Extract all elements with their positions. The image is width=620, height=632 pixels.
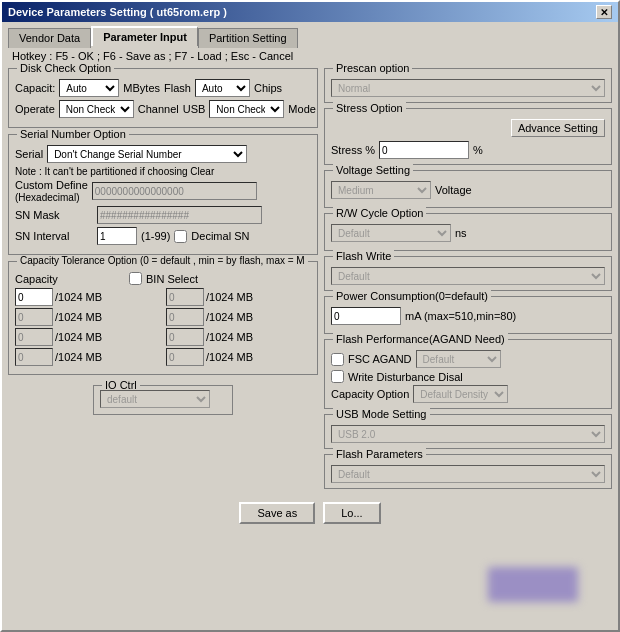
save-as-button[interactable]: Save as	[239, 502, 315, 524]
serial-row: Serial Don't Change Serial Number	[15, 145, 311, 163]
window-content: Vendor Data Parameter Input Partition Se…	[2, 22, 618, 528]
sn-mask-row: SN Mask	[15, 206, 311, 224]
tab-vendor-data[interactable]: Vendor Data	[8, 28, 91, 48]
tab-parameter-input[interactable]: Parameter Input	[91, 26, 198, 46]
cap-left-0[interactable]	[15, 288, 53, 306]
power-row: mA (max=510,min=80)	[331, 307, 605, 325]
usb-mode-select[interactable]: USB 2.0	[331, 425, 605, 443]
flash-parameters-title: Flash Parameters	[333, 448, 426, 460]
capacity-select[interactable]: Auto	[59, 79, 119, 97]
disk-check-row1: Capacit: Auto MBytes Flash Auto Chips	[15, 79, 311, 97]
tabs-row: Vendor Data Parameter Input Partition Se…	[8, 26, 612, 46]
load-button[interactable]: Lo...	[323, 502, 380, 524]
cap-right-2[interactable]	[166, 328, 204, 346]
capacity-label: Capacit:	[15, 82, 55, 94]
flash-parameters-select[interactable]: Default	[331, 465, 605, 483]
custom-define-row: Custom Define (Hexadecimal)	[15, 179, 311, 203]
power-ma-info: mA (max=510,min=80)	[405, 310, 516, 322]
voltage-title: Voltage Setting	[333, 164, 413, 176]
write-disturbance-label: Write Disturbance Disal	[348, 371, 463, 383]
cap-right-1[interactable]	[166, 308, 204, 326]
channel-label: Channel	[138, 103, 179, 115]
capacity-item-0-right: /1024 MB	[166, 288, 311, 306]
disk-check-group: Disk Check Option Capacit: Auto MBytes F…	[8, 68, 318, 128]
psc-agand-checkbox[interactable]	[331, 353, 344, 366]
operate-select[interactable]: Non Check	[59, 100, 134, 118]
flash-write-select[interactable]: Default	[331, 267, 605, 285]
rw-cycle-group: R/W Cycle Option Default ns	[324, 213, 612, 251]
flash-performance-title: Flash Performance(AGAND Need)	[333, 333, 508, 345]
mbytes-label: MBytes	[123, 82, 160, 94]
voltage-group: Voltage Setting Medium Voltage	[324, 170, 612, 208]
sn-interval-label: SN Interval	[15, 230, 93, 242]
flash-write-group: Flash Write Default	[324, 256, 612, 291]
sn-interval-input[interactable]	[97, 227, 137, 245]
stress-percent: %	[473, 144, 483, 156]
power-input[interactable]	[331, 307, 401, 325]
psc-agand-select[interactable]: Default	[416, 350, 501, 368]
io-ctrl-group: IO Ctrl default	[93, 385, 233, 415]
capacity-item-0-left: /1024 MB	[15, 288, 160, 306]
bin-select-checkbox[interactable]	[129, 272, 142, 285]
voltage-select[interactable]: Medium	[331, 181, 431, 199]
main-area: Disk Check Option Capacit: Auto MBytes F…	[8, 68, 612, 494]
disk-check-row2: Operate Non Check Channel USB Non Check …	[15, 100, 311, 118]
cap-left-2[interactable]	[15, 328, 53, 346]
serial-note: Note : It can't be partitioned if choosi…	[15, 166, 311, 177]
stress-input[interactable]	[379, 141, 469, 159]
capacity-tolerance-group: Capacity Tolerance Option (0 = default ,…	[8, 261, 318, 375]
capacity-item-3-left: /1024 MB	[15, 348, 160, 366]
flash-select[interactable]: Auto	[195, 79, 250, 97]
serial-label: Serial	[15, 148, 43, 160]
cap-right-3[interactable]	[166, 348, 204, 366]
rw-cycle-select[interactable]: Default	[331, 224, 451, 242]
cap-left-3[interactable]	[15, 348, 53, 366]
flash-perf-content: FSC AGAND Default Write Disturbance Disa…	[331, 350, 605, 403]
capacity-col-label: Capacity	[15, 273, 125, 285]
write-disturbance-checkbox[interactable]	[331, 370, 344, 383]
chips-label: Chips	[254, 82, 282, 94]
bottom-buttons: Save as Lo...	[8, 502, 612, 524]
decimal-sn-checkbox[interactable]	[174, 230, 187, 243]
flash-label: Flash	[164, 82, 191, 94]
stress-title: Stress Option	[333, 102, 406, 114]
capacity-option-row: Capacity Option Default Density	[331, 385, 605, 403]
voltage-label: Voltage	[435, 184, 472, 196]
flash-write-title: Flash Write	[333, 250, 394, 262]
sn-mask-label: SN Mask	[15, 209, 93, 221]
rw-cycle-row: Default ns	[331, 224, 605, 242]
sn-interval-row: SN Interval (1-99) Decimal SN	[15, 227, 311, 245]
psc-agand-row: FSC AGAND Default	[331, 350, 605, 368]
advance-setting-button[interactable]: Advance Setting	[511, 119, 605, 137]
prescan-select[interactable]: Normal	[331, 79, 605, 97]
capacity-item-1-right: /1024 MB	[166, 308, 311, 326]
custom-define-input[interactable]	[92, 182, 257, 200]
sn-range: (1-99)	[141, 230, 170, 242]
title-bar: Device Parameters Setting ( ut65rom.erp …	[2, 2, 618, 22]
serial-select[interactable]: Don't Change Serial Number	[47, 145, 247, 163]
cap-right-0[interactable]	[166, 288, 204, 306]
io-ctrl-select[interactable]: default	[100, 390, 210, 408]
capacity-option-select[interactable]: Default Density	[413, 385, 508, 403]
serial-number-group: Serial Number Option Serial Don't Change…	[8, 134, 318, 255]
tab-partition-setting[interactable]: Partition Setting	[198, 28, 298, 48]
psc-agand-label: FSC AGAND	[348, 353, 412, 365]
close-button[interactable]: ✕	[596, 5, 612, 19]
mode-label: Mode	[288, 103, 316, 115]
ns-label: ns	[455, 227, 467, 239]
mode-select[interactable]: Non Check	[209, 100, 284, 118]
decimal-sn-label: Decimal SN	[191, 230, 249, 242]
usb-mode-group: USB Mode Setting USB 2.0	[324, 414, 612, 449]
capacity-option-label: Capacity Option	[331, 388, 409, 400]
power-title: Power Consumption(0=default)	[333, 290, 491, 302]
sn-mask-input[interactable]	[97, 206, 262, 224]
hotkey-text: Hotkey : F5 - OK ; F6 - Save as ; F7 - L…	[12, 50, 612, 62]
capacity-item-2-left: /1024 MB	[15, 328, 160, 346]
capacity-tolerance-title: Capacity Tolerance Option (0 = default ,…	[17, 255, 308, 266]
flash-parameters-group: Flash Parameters Default	[324, 454, 612, 489]
capacity-item-1-left: /1024 MB	[15, 308, 160, 326]
custom-define-label: Custom Define (Hexadecimal)	[15, 179, 88, 203]
capacity-header-row: Capacity BIN Select	[15, 272, 311, 285]
cap-left-1[interactable]	[15, 308, 53, 326]
stress-group: Stress Option Advance Setting Stress % %	[324, 108, 612, 165]
